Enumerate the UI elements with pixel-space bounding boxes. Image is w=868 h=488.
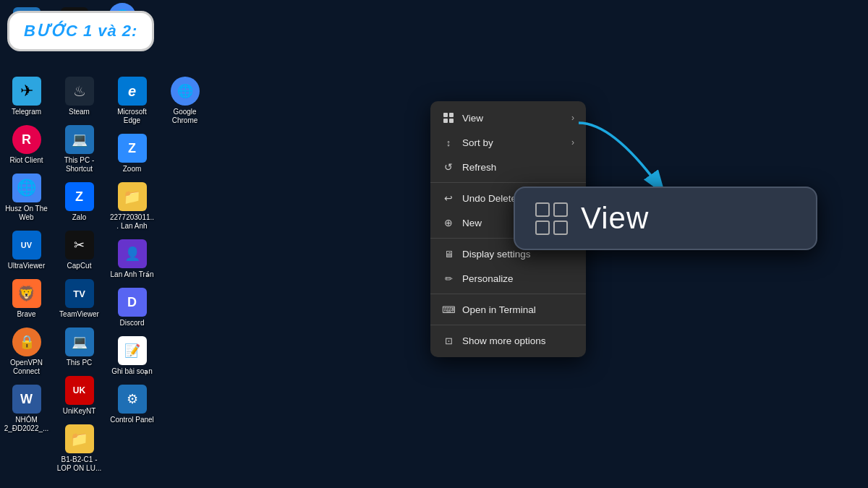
icon-lananh[interactable]: 👤 Lan Anh Trần [109, 239, 156, 279]
separator-1 [430, 182, 586, 183]
icon-brave[interactable]: 🦁 Brave [3, 279, 50, 319]
step-label: BƯỚC 1 và 2: [7, 11, 154, 51]
view-callout-icon [535, 202, 568, 235]
refresh-icon: ↺ [442, 160, 455, 174]
icon-riot[interactable]: R Riot Client [3, 125, 50, 165]
icon-edge[interactable]: e Microsoft Edge [109, 77, 156, 125]
icon-steam[interactable]: ♨ Steam [56, 77, 103, 116]
icon-ultraviewer[interactable]: UV UltraViewer [3, 231, 50, 270]
icon-unikey[interactable]: UK UniKeyNT [56, 376, 103, 416]
menu-item-view[interactable]: View › [430, 106, 586, 130]
icon-folder-b1[interactable]: 📁 B1-B2-C1 - LOP ON LU... [56, 424, 103, 473]
icon-husz[interactable]: 🌐 Husz On The Web [3, 174, 50, 222]
icon-nhom[interactable]: W NHÓM 2_ĐD2022_... [3, 385, 50, 433]
svg-rect-0 [443, 113, 448, 117]
icon-openvpn[interactable]: 🔒 OpenVPN Connect [3, 328, 50, 376]
grid-cell-3 [535, 221, 550, 235]
menu-item-more-options[interactable]: ⊡ Show more options [430, 328, 586, 353]
icon-discord[interactable]: D Discord [109, 288, 156, 328]
display-icon: 🖥 [442, 247, 455, 260]
undo-icon: ↩ [442, 192, 455, 205]
icon-folder2[interactable]: 📁 2277203011... Lan Anh [109, 182, 156, 231]
icon-zalo[interactable]: Z Zalo [56, 182, 103, 222]
icon-chrome[interactable]: 🌐 Google Chrome [161, 77, 208, 125]
desktop: 🗑 Recycle Bin N Notion 🌐 Trim - Chrome B… [0, 0, 868, 488]
desktop-icons-grid: ✈ Telegram R Riot Client 🌐 Husz On The W… [0, 72, 152, 484]
menu-item-personalize[interactable]: ✏ Personalize [430, 266, 586, 291]
menu-item-refresh[interactable]: ↺ Refresh [430, 155, 586, 179]
view-callout: View [514, 187, 817, 250]
new-icon: ⊕ [442, 216, 455, 229]
grid-cell-1 [535, 202, 550, 217]
separator-4 [430, 325, 586, 325]
sort-icon: ↕ [442, 136, 455, 149]
icon-controlpanel[interactable]: ⚙ Control Panel [109, 385, 156, 424]
icon-teamviewer[interactable]: TV TeamViewer [56, 279, 103, 319]
grid-cell-2 [553, 202, 568, 217]
view-icon [442, 111, 455, 124]
view-callout-text: View [581, 201, 649, 236]
icon-thispc-shortcut[interactable]: 💻 This PC - Shortcut [56, 125, 103, 174]
grid-cell-4 [553, 221, 568, 235]
svg-rect-1 [449, 113, 454, 117]
terminal-icon: ⌨ [442, 303, 455, 316]
svg-rect-2 [443, 119, 448, 123]
more-icon: ⊡ [442, 334, 455, 347]
svg-rect-3 [449, 119, 454, 123]
separator-3 [430, 294, 586, 294]
icon-zoom[interactable]: Z Zoom [109, 134, 156, 174]
menu-item-sort[interactable]: ↕ Sort by › [430, 130, 586, 155]
icon-capcut[interactable]: ✂ CapCut [56, 231, 103, 270]
menu-item-terminal[interactable]: ⌨ Open in Terminal [430, 297, 586, 322]
icon-telegram[interactable]: ✈ Telegram [3, 77, 50, 116]
personalize-icon: ✏ [442, 272, 455, 285]
icon-thispc[interactable]: 💻 This PC [56, 328, 103, 367]
icon-note[interactable]: 📝 Ghi bài soạn [109, 336, 156, 376]
